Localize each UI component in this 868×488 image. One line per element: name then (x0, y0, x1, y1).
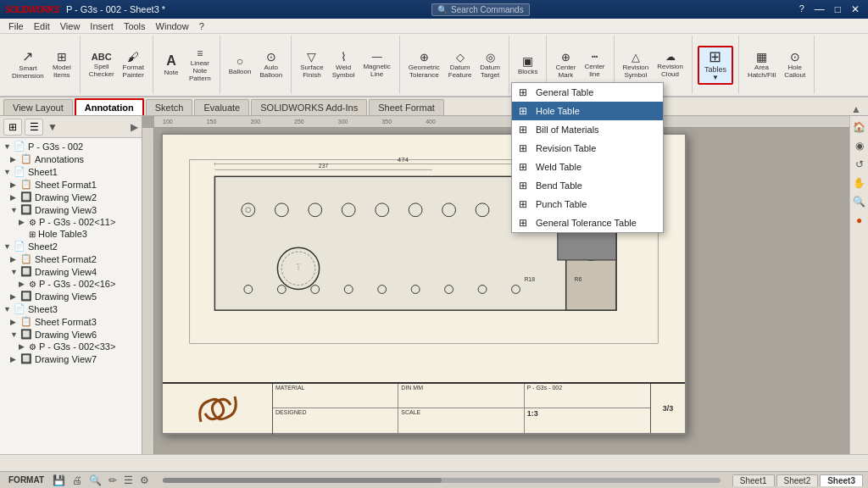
menu-file[interactable]: File (3, 20, 29, 32)
tab-sheet-format[interactable]: Sheet Format (369, 99, 444, 115)
side-rotate-button[interactable]: ↺ (852, 157, 867, 172)
area-group: ▦ AreaHatch/Fill ⊙ HoleCallout (739, 36, 815, 94)
bottom-search-icon[interactable]: 🔍 (87, 474, 103, 486)
tab-sketch[interactable]: Sketch (146, 99, 193, 115)
center-mark-button[interactable]: ⊕ CenterMark (552, 50, 579, 80)
format-label: FORMAT (5, 475, 47, 485)
menu-help[interactable]: ? (194, 20, 209, 32)
panel-expand-button[interactable]: ▶ (131, 121, 138, 133)
dropdown-bill-of-materials[interactable]: ⊞ Bill of Materials (512, 120, 663, 139)
balloon-icon: ○ (236, 55, 243, 67)
side-color-button[interactable]: ● (852, 213, 867, 228)
weld-symbol-button[interactable]: ⌇ WeldSymbol (329, 49, 359, 80)
tree-drawing-view2[interactable]: ▶ 🔲 Drawing View2 (0, 191, 142, 203)
revision-cloud-button[interactable]: ☁ RevisionCloud (654, 50, 687, 80)
tree-p-g3s-002-16[interactable]: ▶ ⚙ P - G3s - 002<16> (0, 278, 142, 290)
bottom-print-icon[interactable]: 🖨 (70, 474, 84, 486)
menu-edit[interactable]: Edit (29, 20, 55, 32)
dropdown-weld-table[interactable]: ⊞ Weld Table (512, 158, 663, 176)
help-icon[interactable]: ? (796, 3, 808, 15)
tab-view-layout[interactable]: View Layout (3, 99, 73, 115)
sheet-tab-3[interactable]: Sheet3 (820, 474, 863, 486)
centerline-button[interactable]: ┅ Centerline (581, 50, 608, 80)
dropdown-punch-table[interactable]: ⊞ Punch Table (512, 195, 663, 214)
punch-table-label: Punch Table (536, 199, 587, 209)
sheet-tab-2[interactable]: Sheet2 (776, 474, 819, 486)
bottom-settings-icon[interactable]: ⚙ (138, 474, 151, 486)
bottom-bar: FORMAT 💾 🖨 🔍 ✏ ☰ ⚙ Sheet1 Sheet2 Sheet3 (0, 471, 868, 488)
tree-drawing-view6[interactable]: ▼ 🔲 Drawing View6 (0, 328, 142, 341)
tree-sheet2[interactable]: ▼ 📄 Sheet2 (0, 240, 142, 252)
revision-symbol-button[interactable]: △ RevisionSymbol (620, 50, 653, 80)
revision-cloud-icon: ☁ (665, 52, 676, 62)
side-zoom-button[interactable]: 🔍 (852, 194, 867, 209)
tree-drawing-view7[interactable]: ▶ 🔲 Drawing View7 (0, 352, 142, 365)
tree-drawing-view3[interactable]: ▼ 🔲 Drawing View3 (0, 203, 142, 216)
area-hatch-button[interactable]: ▦ AreaHatch/Fill (744, 49, 779, 80)
tree-sheet3[interactable]: ▼ 📄 Sheet3 (0, 302, 142, 315)
general-table-label: General Table (536, 87, 593, 97)
bottom-edit-icon[interactable]: ✏ (107, 474, 119, 486)
bottom-list-icon[interactable]: ☰ (122, 474, 135, 486)
sheet-tab-1[interactable]: Sheet1 (732, 474, 775, 486)
lp-list-view-button[interactable]: ☰ (25, 119, 43, 136)
blocks-button[interactable]: ▣ Blocks (515, 53, 542, 77)
minimize-button[interactable]: — (811, 3, 828, 15)
bend-table-label: Bend Table (536, 180, 582, 191)
side-pan-button[interactable]: ✋ (852, 175, 867, 191)
dropdown-hole-table[interactable]: ⊞ Hole Table (512, 102, 663, 120)
dropdown-general-tolerance-table[interactable]: ⊞ General Tolerance Table (512, 214, 663, 232)
dropdown-general-table[interactable]: ⊞ General Table (512, 83, 663, 102)
dropdown-bend-table[interactable]: ⊞ Bend Table (512, 176, 663, 195)
tree-p-g3s-002-11[interactable]: ▶ ⚙ P - G3s - 002<11> (0, 216, 142, 228)
tree-sheet1[interactable]: ▼ 📄 Sheet1 (0, 165, 142, 178)
tree-annotations[interactable]: ▶ 📋 Annotations (0, 152, 142, 165)
datum-target-button[interactable]: ◎ DatumTarget (476, 50, 504, 80)
smart-dimension-button[interactable]: ↗ SmartDimension (8, 48, 47, 81)
lp-grid-view-button[interactable]: ⊞ (3, 119, 22, 136)
company-logo-area (163, 384, 273, 435)
auto-balloon-button[interactable]: ⊙ AutoBalloon (256, 49, 286, 80)
title-search[interactable]: 🔍 Search Commands (431, 3, 530, 16)
side-home-button[interactable]: 🏠 (852, 119, 867, 135)
tree-root[interactable]: ▼ 📄 P - G3s - 002 (0, 140, 142, 152)
geometric-tolerance-icon: ⊕ (420, 52, 429, 63)
balloon-button[interactable]: ○ Balloon (225, 53, 255, 77)
tree-p-g3s-002-33[interactable]: ▶ ⚙ P - G3s - 002<33> (0, 341, 142, 352)
spell-checker-button[interactable]: ABC SpellChecker (86, 51, 118, 80)
surface-finish-button[interactable]: ▽ SurfaceFinish (297, 49, 327, 80)
dropdown-revision-table[interactable]: ⊞ Revision Table (512, 139, 663, 158)
tree-sheet-format1[interactable]: ▶ 📋 Sheet Format1 (0, 178, 142, 191)
tree-hole-table3[interactable]: ⊞ Hole Table3 (0, 228, 142, 240)
magnetic-line-icon: — (372, 52, 382, 62)
tree-sheet-format3[interactable]: ▶ 📋 Sheet Format3 (0, 315, 142, 328)
model-items-button[interactable]: ⊞ ModelItems (49, 49, 75, 80)
tab-annotation[interactable]: Annotation (75, 98, 144, 115)
menu-insert[interactable]: Insert (85, 20, 119, 32)
model-items-icon: ⊞ (57, 51, 67, 63)
close-button[interactable]: ✕ (848, 3, 863, 15)
format-painter-button[interactable]: 🖌 FormatPainter (120, 49, 147, 80)
menu-view[interactable]: View (55, 20, 86, 32)
bottom-save-icon[interactable]: 💾 (51, 474, 67, 486)
side-view-button[interactable]: ◉ (852, 138, 867, 153)
tables-button[interactable]: ⊞ Tables ▼ (698, 46, 733, 85)
linear-note-button[interactable]: ≡ LinearNotePattern (186, 47, 214, 84)
tree-drawing-view4[interactable]: ▼ 🔲 Drawing View4 (0, 265, 142, 278)
datum-feature-button[interactable]: ◇ DatumFeature (445, 50, 476, 80)
maximize-button[interactable]: □ (832, 3, 844, 15)
tab-evaluate[interactable]: Evaluate (194, 99, 249, 115)
drawing-area[interactable]: 100 150 200 250 300 350 400 (142, 116, 868, 454)
magnetic-line-button[interactable]: — MagneticLine (359, 50, 393, 80)
menu-window[interactable]: Window (151, 20, 194, 32)
tree-drawing-view5[interactable]: ▶ 🔲 Drawing View5 (0, 290, 142, 302)
title-text: P - G3s - 002 - Sheet3 * (66, 4, 165, 14)
hole-callout-button[interactable]: ⊙ HoleCallout (781, 49, 809, 80)
tab-solidworks-addins[interactable]: SOLIDWORKS Add-Ins (251, 99, 367, 115)
note-button[interactable]: A Note (159, 53, 184, 78)
geometric-tolerance-button[interactable]: ⊕ GeometricTolerance (405, 50, 443, 80)
weld-table-icon: ⊞ (519, 161, 531, 173)
ribbon-collapse-arrow[interactable]: ▲ (848, 103, 865, 115)
menu-tools[interactable]: Tools (119, 20, 151, 32)
tree-sheet-format2[interactable]: ▶ 📋 Sheet Format2 (0, 252, 142, 265)
